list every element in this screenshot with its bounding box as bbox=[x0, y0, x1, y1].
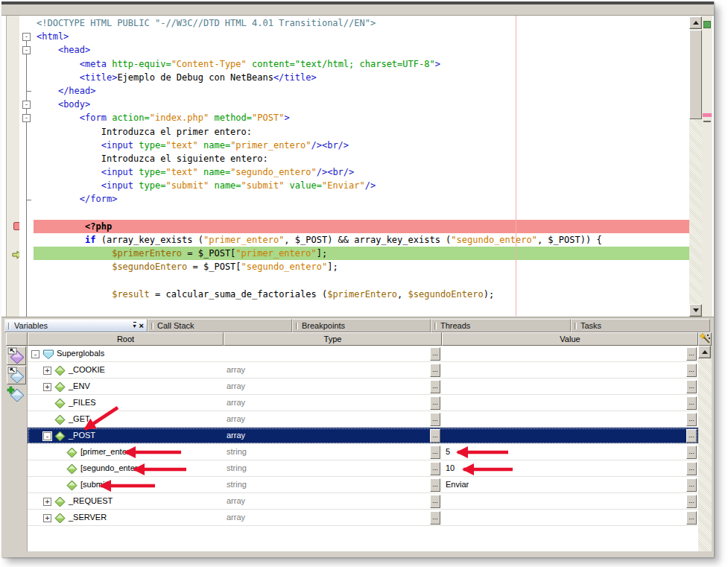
value-editor-button[interactable]: ... bbox=[686, 495, 697, 508]
tab-variables[interactable]: Variables▾× bbox=[4, 319, 148, 332]
variable-diamond-icon bbox=[54, 431, 66, 442]
expand-expander[interactable]: + bbox=[43, 367, 51, 375]
code-lines[interactable]: <!DOCTYPE HTML PUBLIC "-//W3C//DTD HTML … bbox=[34, 16, 689, 316]
code-line: <!DOCTYPE HTML PUBLIC "-//W3C//DTD HTML … bbox=[34, 16, 689, 30]
error-stripe-breakpoint-mark[interactable] bbox=[703, 113, 712, 117]
tab-call-stack[interactable]: Call Stack bbox=[148, 319, 292, 332]
tab-label: Variables bbox=[14, 321, 130, 330]
code-editor[interactable]: ---- <!DOCTYPE HTML PUBLIC "-//W3C//DTD … bbox=[1, 15, 714, 317]
code-line: <html> bbox=[34, 30, 689, 43]
value-editor-button[interactable]: ... bbox=[686, 380, 697, 393]
value-editor-button[interactable]: ... bbox=[430, 347, 440, 361]
tab-grip bbox=[296, 323, 298, 329]
panel-vertical-scrollbar[interactable] bbox=[698, 332, 712, 551]
editor-vertical-scrollbar[interactable] bbox=[689, 16, 702, 317]
value-editor-button[interactable]: ... bbox=[430, 511, 440, 525]
scroll-down-button[interactable] bbox=[689, 304, 702, 317]
value-editor-button[interactable]: ... bbox=[686, 364, 697, 377]
show-watches-toggle-button[interactable] bbox=[7, 346, 26, 365]
fold-collapse-box[interactable]: - bbox=[22, 114, 31, 122]
value-editor-button[interactable]: ... bbox=[686, 347, 697, 361]
tab-close-icon[interactable]: × bbox=[139, 322, 144, 329]
variable-value: Enviar bbox=[446, 480, 469, 489]
editor-fold-margin[interactable]: ---- bbox=[19, 16, 34, 317]
value-editor-button[interactable]: ... bbox=[430, 396, 440, 410]
create-new-watch-button[interactable] bbox=[7, 386, 26, 405]
variable-type: string bbox=[227, 480, 247, 489]
tab-grip bbox=[151, 323, 153, 329]
header-spacer bbox=[6, 332, 28, 346]
tab-tasks[interactable]: Tasks bbox=[571, 319, 710, 332]
fold-collapse-box[interactable]: - bbox=[22, 33, 31, 41]
value-editor-button[interactable]: ... bbox=[430, 478, 440, 492]
variable-name: _ENV bbox=[69, 381, 90, 390]
fold-collapse-box[interactable]: - bbox=[22, 46, 31, 54]
value-editor-button[interactable]: ... bbox=[686, 413, 697, 426]
variable-row-submit[interactable]: [submit]stringEnviar...... bbox=[28, 477, 698, 493]
expand-expander[interactable]: + bbox=[43, 383, 51, 391]
fold-end-tick bbox=[26, 200, 31, 200]
fold-guide-line bbox=[26, 37, 27, 329]
variable-row-_env[interactable]: +_ENVarray...... bbox=[28, 378, 698, 395]
ide-window: ---- <!DOCTYPE HTML PUBLIC "-//W3C//DTD … bbox=[1, 1, 714, 557]
value-editor-button[interactable]: ... bbox=[686, 478, 697, 492]
code-line: </head> bbox=[34, 84, 689, 98]
show-evaluation-result-toggle-button[interactable] bbox=[7, 366, 26, 384]
variable-row-superglobals[interactable]: -Superglobals...... bbox=[28, 346, 698, 362]
tab-dropdown-icon[interactable]: ▾ bbox=[133, 322, 136, 329]
right-margin-line bbox=[516, 16, 516, 316]
watches-diamond-icon bbox=[7, 347, 25, 364]
expand-expander[interactable]: + bbox=[43, 514, 51, 522]
variable-row-primer_entero[interactable]: [primer_entero]string5...... bbox=[28, 444, 698, 460]
value-editor-button[interactable]: ... bbox=[686, 396, 697, 410]
tab-label: Tasks bbox=[580, 321, 706, 330]
variable-type: string bbox=[227, 447, 247, 456]
variable-row-segundo_entero[interactable]: [segundo_entero]string10...... bbox=[28, 460, 698, 477]
column-header-value[interactable]: Value bbox=[442, 332, 698, 346]
code-line: <input type="text" name="primer_entero"/… bbox=[34, 139, 689, 152]
column-header-type[interactable]: Type bbox=[224, 332, 442, 346]
code-line: $segundoEntero = $_POST["segundo_entero"… bbox=[34, 260, 689, 273]
error-stripe[interactable] bbox=[702, 16, 712, 317]
variable-name: [submit] bbox=[80, 480, 110, 489]
value-editor-button[interactable]: ... bbox=[430, 413, 440, 426]
code-line: <head> bbox=[34, 43, 689, 57]
variable-row-_get[interactable]: _GETarray...... bbox=[28, 411, 698, 428]
value-editor-button[interactable]: ... bbox=[430, 462, 440, 475]
variable-diamond-icon bbox=[66, 480, 77, 491]
variable-value: 5 bbox=[446, 447, 450, 456]
panel-scrollbar-track[interactable] bbox=[698, 358, 712, 551]
value-editor-button[interactable]: ... bbox=[430, 495, 440, 508]
fold-collapse-box[interactable]: - bbox=[22, 101, 31, 109]
value-editor-button[interactable]: ... bbox=[430, 446, 440, 459]
variable-type: array bbox=[227, 431, 245, 440]
tab-threads[interactable]: Threads bbox=[431, 319, 571, 332]
error-stripe-ok-square bbox=[703, 21, 711, 28]
code-line: Introduzca el primer entero: bbox=[34, 125, 689, 139]
variable-row-_server[interactable]: +_SERVERarray...... bbox=[28, 510, 698, 526]
variable-row-_cookie[interactable]: +_COOKIEarray...... bbox=[28, 362, 698, 378]
scrollbar-thumb[interactable] bbox=[689, 30, 702, 119]
variable-type: array bbox=[227, 414, 245, 423]
value-editor-button[interactable]: ... bbox=[430, 364, 440, 377]
value-editor-button[interactable]: ... bbox=[430, 429, 440, 443]
value-editor-button[interactable]: ... bbox=[686, 511, 697, 525]
value-editor-button[interactable]: ... bbox=[430, 380, 440, 393]
editor-glyph-margin[interactable] bbox=[6, 16, 19, 317]
value-editor-button[interactable]: ... bbox=[686, 446, 697, 459]
collapse-expander[interactable]: - bbox=[31, 350, 39, 358]
scroll-up-button[interactable] bbox=[689, 16, 702, 29]
variable-row-_request[interactable]: +_REQUESTarray...... bbox=[28, 493, 698, 510]
variable-row-_post[interactable]: -_POSTarray...... bbox=[28, 428, 698, 444]
collapse-expander[interactable]: - bbox=[43, 432, 51, 440]
code-line: Introduzca el siguiente entero: bbox=[34, 152, 689, 165]
tab-breakpoints[interactable]: Breakpoints bbox=[292, 319, 431, 332]
expand-expander[interactable]: + bbox=[43, 498, 51, 506]
column-header-root[interactable]: Root bbox=[28, 332, 224, 346]
variable-row-_files[interactable]: _FILESarray...... bbox=[28, 395, 698, 411]
value-editor-button[interactable]: ... bbox=[686, 429, 697, 443]
new-watch-diamond-icon bbox=[7, 386, 25, 403]
panel-scroll-up-button[interactable] bbox=[698, 346, 711, 358]
error-stripe-caret-mark[interactable] bbox=[703, 121, 711, 122]
value-editor-button[interactable]: ... bbox=[686, 462, 697, 475]
